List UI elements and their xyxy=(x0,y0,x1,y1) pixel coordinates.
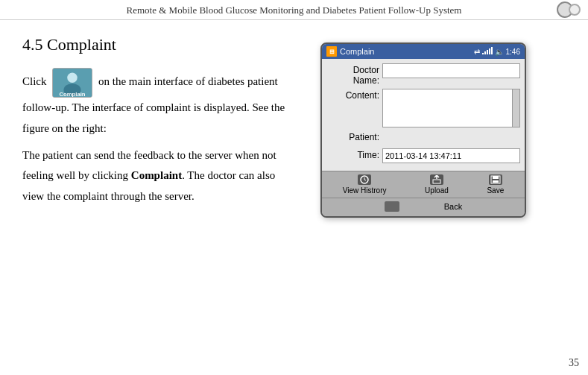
phone-statusbar: ⊞ Complain ⇄ xyxy=(322,44,525,59)
content-textarea[interactable] xyxy=(382,89,520,127)
phone-app-title: Complain xyxy=(340,47,374,56)
volume-icon: 🔈 xyxy=(495,48,504,56)
svg-rect-5 xyxy=(484,51,486,54)
history-button[interactable]: View Histrory xyxy=(343,174,387,195)
page-number: 35 xyxy=(569,357,579,369)
complaint-bold: Complaint xyxy=(131,169,182,181)
complain-img[interactable]: Complain xyxy=(52,68,92,98)
complain-button-icon[interactable]: Complain xyxy=(52,68,92,98)
content-label: Content: xyxy=(326,89,382,101)
phone-bottombar: View Histrory Upload xyxy=(322,171,525,198)
signal-icon xyxy=(482,47,493,56)
header-logo xyxy=(557,1,581,18)
save-button[interactable]: Save xyxy=(487,174,504,195)
patient-value xyxy=(382,130,520,145)
phone-mockup: ⊞ Complain ⇄ xyxy=(320,42,526,218)
svg-rect-8 xyxy=(491,47,493,54)
save-label: Save xyxy=(487,186,504,195)
svg-line-11 xyxy=(364,180,366,180)
doctor-name-input[interactable] xyxy=(382,63,520,78)
time-label: Time: xyxy=(326,148,382,160)
statusbar-left: ⊞ Complain xyxy=(326,46,374,57)
back-button[interactable]: Back xyxy=(444,202,462,211)
windows-logo: ⊞ xyxy=(326,46,337,57)
phone-time: 1:46 xyxy=(506,48,520,56)
time-value: 2011-03-14 13:47:11 xyxy=(382,148,520,163)
time-row: Time: 2011-03-14 13:47:11 xyxy=(326,148,520,163)
statusbar-right: ⇄ 🔈 1:46 xyxy=(474,47,520,56)
svg-rect-15 xyxy=(493,176,499,179)
click-label: Click xyxy=(22,75,47,87)
svg-rect-12 xyxy=(433,180,440,183)
upload-label: Upload xyxy=(425,186,449,195)
svg-text:Complain: Complain xyxy=(60,91,86,98)
page-header: Remote & Mobile Blood Glucose Monitoring… xyxy=(0,0,588,20)
main-content: 4.5 Complaint Click Complain xyxy=(0,20,588,371)
sync-icon: ⇄ xyxy=(474,48,480,56)
svg-rect-4 xyxy=(482,53,484,54)
textarea-scrollbar[interactable] xyxy=(512,89,519,127)
phone-column: ⊞ Complain ⇄ xyxy=(320,35,529,364)
phone-screen: Doctor Name: Content: Patient: xyxy=(322,59,525,171)
upload-button[interactable]: Upload xyxy=(425,174,449,195)
header-title: Remote & Mobile Blood Glucose Monitoring… xyxy=(127,4,462,16)
section-title: 4.5 Complaint xyxy=(22,35,298,54)
upload-icon xyxy=(430,174,443,185)
doctor-name-label: Doctor Name: xyxy=(326,63,382,86)
doctor-name-row: Doctor Name: xyxy=(326,63,520,86)
logo-circle-small xyxy=(569,4,581,16)
svg-rect-6 xyxy=(487,50,488,54)
svg-point-1 xyxy=(68,73,78,83)
history-icon xyxy=(358,174,371,185)
content-row: Content: xyxy=(326,89,520,127)
svg-rect-16 xyxy=(493,180,499,183)
patient-label: Patient: xyxy=(326,130,382,142)
save-icon xyxy=(489,174,502,185)
svg-rect-7 xyxy=(489,48,490,54)
complain-icon-svg: Complain xyxy=(53,68,92,98)
phone-nav-bar: Back xyxy=(322,198,525,216)
keyboard-icon[interactable] xyxy=(385,201,399,212)
text-column: 4.5 Complaint Click Complain xyxy=(22,35,298,364)
text-block: Click Complain xyxy=(22,68,298,207)
history-label: View Histrory xyxy=(343,186,387,195)
patient-row: Patient: xyxy=(326,130,520,145)
